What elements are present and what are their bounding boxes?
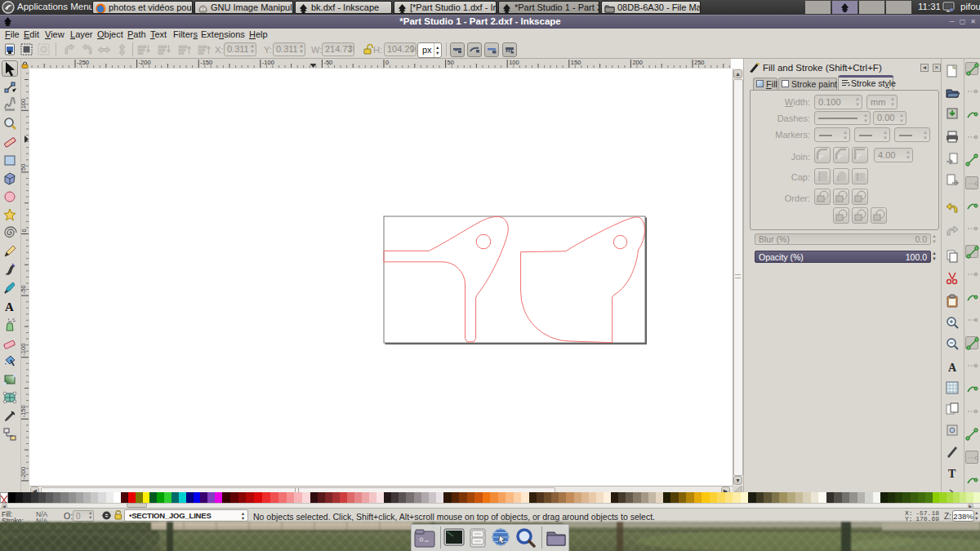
svg-text:250: 250 bbox=[694, 59, 705, 66]
svg-text:-50: -50 bbox=[21, 285, 28, 294]
svg-text:A: A bbox=[948, 362, 957, 374]
svg-text:-150: -150 bbox=[21, 405, 28, 417]
svg-text:-200: -200 bbox=[139, 59, 151, 66]
svg-text:150: 150 bbox=[571, 59, 581, 66]
svg-text:0: 0 bbox=[21, 229, 28, 232]
svg-text:-100: -100 bbox=[21, 344, 28, 356]
svg-text:T: T bbox=[948, 468, 956, 480]
svg-text:-200: -200 bbox=[21, 467, 28, 479]
svg-text:-150: -150 bbox=[200, 59, 212, 66]
svg-text:-50: -50 bbox=[323, 59, 332, 66]
svg-text:100: 100 bbox=[21, 99, 28, 109]
svg-text:0: 0 bbox=[385, 59, 389, 66]
svg-text:100: 100 bbox=[509, 59, 519, 66]
svg-text:50: 50 bbox=[448, 59, 454, 66]
svg-text:50: 50 bbox=[21, 164, 28, 171]
svg-text:A: A bbox=[5, 300, 14, 313]
svg-text:-250: -250 bbox=[77, 59, 89, 66]
svg-text:200: 200 bbox=[632, 59, 643, 66]
svg-text:-100: -100 bbox=[262, 59, 274, 66]
